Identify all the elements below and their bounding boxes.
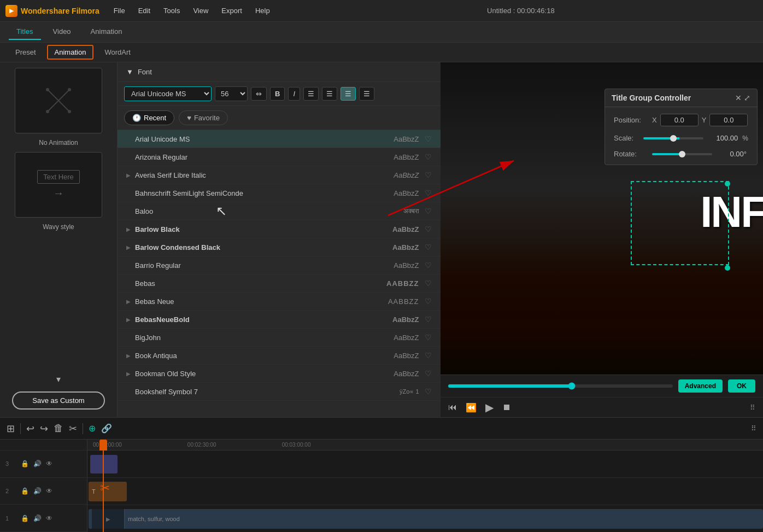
menu-export[interactable]: Export	[216, 4, 248, 17]
track-label-1: 1 🔒 🔊 👁	[0, 505, 87, 532]
favorite-heart-button[interactable]: ♡	[425, 369, 432, 378]
save-custom-button[interactable]: Save as Custom	[12, 391, 105, 410]
delete-button[interactable]: 🗑	[54, 423, 63, 434]
font-row[interactable]: ▶ BebasNeueBold AaBbzZ ♡	[118, 311, 441, 329]
bold-button[interactable]: B	[270, 87, 285, 101]
favorite-heart-button[interactable]: ♡	[425, 333, 432, 342]
tgc-rotate-slider[interactable]	[652, 153, 712, 155]
favorite-heart-button[interactable]: ♡	[425, 189, 432, 197]
font-row[interactable]: Arizonia Regular AaBbzZ ♡	[118, 148, 441, 166]
track-number: 3	[5, 460, 16, 467]
stop-button[interactable]: ⏹	[502, 402, 511, 412]
favorite-heart-button[interactable]: ♡	[425, 135, 432, 143]
tgc-x-input[interactable]	[660, 114, 699, 126]
redo-button[interactable]: ↪	[40, 423, 48, 435]
font-preview: AaBbzZ	[375, 153, 419, 161]
font-row[interactable]: BigJohn AaBbzZ ♡	[118, 329, 441, 347]
favorite-heart-button[interactable]: ♡	[425, 351, 432, 360]
menu-file[interactable]: File	[108, 4, 131, 17]
tab-animation[interactable]: Animation	[83, 24, 130, 40]
subtab-preset[interactable]: Preset	[9, 46, 43, 59]
skip-back-button[interactable]: ⏮	[448, 402, 457, 412]
font-size-select[interactable]: 56	[215, 86, 248, 101]
tgc-scale-slider[interactable]	[643, 137, 703, 139]
scissors-button[interactable]: ✂	[69, 423, 77, 435]
font-row[interactable]: Bookshelf Symbol 7 ÿZo∝ 1 ♡	[118, 383, 441, 401]
menu-view[interactable]: View	[187, 4, 214, 17]
favorite-heart-button[interactable]: ♡	[425, 153, 432, 161]
tgc-header: Title Group Controller ✕ ⤢	[605, 89, 757, 107]
video-clip[interactable]: ▶ match, sulfur, wood	[89, 509, 763, 529]
favorite-heart-button[interactable]: ♡	[425, 279, 432, 288]
timeline-ruler: 00:02:00:00 00:02:30:00 00:03:00:00	[87, 440, 763, 451]
undo-button[interactable]: ↩	[26, 423, 34, 435]
tgc-y-input[interactable]	[709, 114, 748, 126]
tgc-body: Position: X Y Scale: 100.00 % Rot	[605, 107, 757, 165]
subtab-animation[interactable]: Animation	[47, 45, 94, 60]
font-list[interactable]: Arial Unicode MS AaBbzZ ♡ Arizonia Regul…	[118, 130, 441, 417]
align-left-button[interactable]: ☰	[303, 87, 319, 101]
playhead-handle[interactable]	[99, 440, 107, 451]
progress-bar[interactable]	[448, 384, 673, 388]
filter-recent[interactable]: 🕐 Recent	[124, 110, 174, 125]
track-number: 2	[5, 488, 16, 494]
title-clip[interactable]	[90, 455, 118, 473]
font-name: Book Antiqua	[135, 352, 375, 360]
filter-favorite[interactable]: ♥ Favorite	[179, 110, 228, 125]
scatter-icon: ⠿	[750, 404, 755, 412]
cut-indicator: ✂	[100, 481, 110, 495]
favorite-heart-button[interactable]: ♡	[425, 297, 432, 306]
font-row[interactable]: Bebas AABBZZ ♡	[118, 274, 441, 293]
font-row[interactable]: ▶ Averia Serif Libre Italic AaBbzZ ♡	[118, 166, 441, 184]
tab-titles[interactable]: Titles	[9, 24, 41, 40]
advanced-button[interactable]: Advanced	[678, 379, 723, 393]
tgc-close-button[interactable]: ✕ ⤢	[735, 93, 750, 102]
font-name: Barlow Black	[135, 225, 375, 233]
font-row[interactable]: Baloo अक्बरा ♡ ↖	[118, 202, 441, 220]
font-row[interactable]: ▶ Book Antiqua AaBbzZ ♡	[118, 347, 441, 365]
menu-help[interactable]: Help	[250, 4, 275, 17]
progress-thumb[interactable]	[568, 383, 575, 390]
play-button[interactable]: ▶	[485, 401, 494, 414]
favorite-heart-button[interactable]: ♡	[425, 171, 432, 179]
svg-point-4	[46, 110, 49, 113]
font-row[interactable]: ▶ Barlow Black AaBbzZ ♡	[118, 220, 441, 238]
multi-track-button[interactable]: ⊞	[7, 423, 15, 435]
align-justify-button[interactable]: ☰	[359, 87, 374, 101]
font-row[interactable]: ▶ Barlow Condensed Black AaBbzZ ♡	[118, 238, 441, 256]
favorite-heart-button[interactable]: ♡	[425, 225, 432, 233]
font-preview: AaBbzZ	[375, 243, 419, 252]
favorite-heart-button[interactable]: ♡	[425, 207, 432, 215]
favorite-heart-button[interactable]: ♡	[425, 315, 432, 324]
menu-tools[interactable]: Tools	[158, 4, 185, 17]
tab-video[interactable]: Video	[45, 24, 79, 40]
no-animation-thumb[interactable]	[15, 68, 102, 133]
font-row[interactable]: Bahnschrift SemiLight SemiConde AaBbzZ ♡	[118, 184, 441, 202]
tgc-scale-label: Scale:	[614, 134, 643, 142]
favorite-heart-button[interactable]: ♡	[425, 387, 432, 396]
align-right-button[interactable]: ☰	[341, 87, 356, 101]
corner-dot-top	[725, 181, 730, 186]
timeline-toolbar: ⊞ ↩ ↪ 🗑 ✂ ⊕ 🔗 ⠿	[0, 418, 763, 440]
font-family-select[interactable]: Arial Unicode MS	[124, 86, 212, 101]
font-row[interactable]: ▶ Bookman Old Style AaBbzZ ♡	[118, 365, 441, 383]
lock-icon: 🔒	[21, 515, 29, 522]
font-row[interactable]: ▶ Bebas Neue AABBZZ ♡	[118, 293, 441, 311]
font-row[interactable]: Arial Unicode MS AaBbzZ ♡	[118, 130, 441, 148]
wavy-style-thumb[interactable]: Text Here →	[15, 152, 102, 218]
italic-button[interactable]: I	[288, 87, 300, 101]
favorite-heart-button[interactable]: ♡	[425, 243, 432, 252]
favorite-heart-button[interactable]: ♡	[425, 261, 432, 270]
ok-button[interactable]: OK	[728, 379, 755, 393]
align-center-button[interactable]: ☰	[322, 87, 337, 101]
snap-button[interactable]: ⊕	[89, 423, 96, 434]
character-spacing-button[interactable]: ⇔	[251, 87, 267, 101]
expand-icon: ▶	[126, 317, 135, 323]
link-button[interactable]: 🔗	[101, 423, 112, 434]
font-collapse-icon[interactable]: ▼	[126, 68, 133, 76]
step-back-button[interactable]: ⏪	[466, 402, 477, 413]
subtab-wordart[interactable]: WordArt	[98, 46, 137, 59]
font-row[interactable]: Barrio Regular AaBbzZ ♡	[118, 256, 441, 274]
menu-edit[interactable]: Edit	[133, 4, 156, 17]
app-icon: ▶	[5, 5, 17, 17]
